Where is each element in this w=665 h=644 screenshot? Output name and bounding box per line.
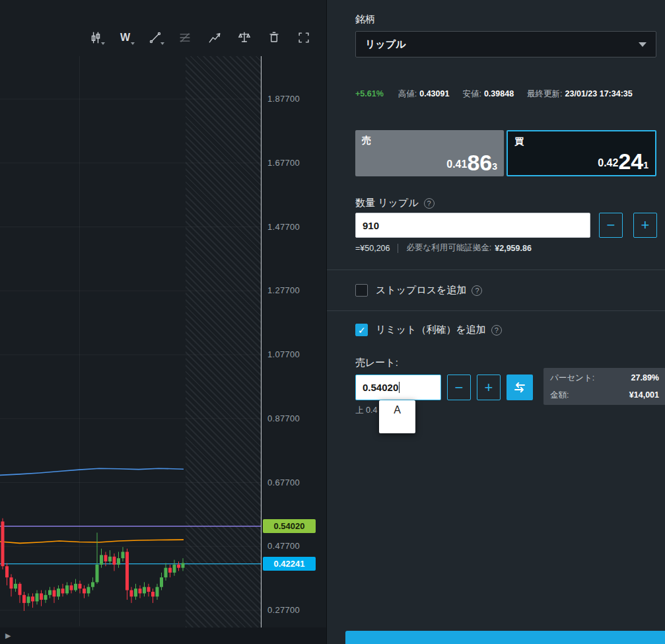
plus-icon: + [641,218,650,233]
low-label: 安値: [462,89,481,100]
minus-icon: − [455,380,464,395]
sell-label: 売 [362,135,371,147]
limit-rate-input[interactable]: 0.54020 [355,375,441,400]
amount-value: ¥14,001 [629,390,659,400]
current-price-tag: 0.42241 [263,557,316,571]
text-caret [399,382,400,393]
expand-icon [296,30,312,46]
updated-label: 最終更新: [527,89,562,100]
order-ticket-panel: 銘柄 リップル +5.61% 高値: 0.43091 安値: 0.39848 最… [326,0,665,644]
chart-region: W [0,0,326,644]
minus-icon: − [607,218,615,233]
limit-info-box: パーセント: 27.89% 金額: ¥14,001 [543,368,665,405]
margin-label: 必要な利用可能証拠金: [406,242,491,254]
low-value: 0.39848 [484,89,514,98]
axis-label: 1.67700 [267,158,300,168]
limit-rate-label: 売レート: [355,357,398,369]
quantity-increase-button[interactable]: + [633,213,657,238]
quantity-input[interactable] [355,213,590,238]
axis-label: 0.47700 [267,541,300,551]
place-order-button[interactable] [345,631,665,644]
quantity-decrease-button[interactable]: − [599,213,623,238]
hint-letter: A [394,404,401,433]
high-value: 0.43091 [419,89,449,98]
updated-value: 23/01/23 17:34:35 [565,89,633,98]
sell-price-tail: 3 [492,161,497,172]
buy-button[interactable]: 買 0.42241 [507,130,656,176]
buy-label: 買 [514,136,524,148]
chevron-down-icon [639,42,647,47]
fibonacci-icon [177,30,193,46]
buy-price-head: 0.42 [598,157,618,169]
stop-loss-label: ストップロスを追加 [376,284,466,297]
limit-price-tag: 0.54020 [263,519,316,533]
sell-price-big: 86 [467,154,492,172]
section-divider [327,310,665,311]
limit-label: リミット（利確）を追加 [376,324,486,336]
percent-label: パーセント: [550,373,594,384]
change-percent: +5.61% [355,89,384,98]
axis-label: 0.87700 [267,413,300,423]
drawing-tool-button[interactable] [145,28,164,47]
w-icon: W [120,32,130,44]
trash-icon [266,30,282,46]
fullscreen-button[interactable] [294,28,313,47]
w-pattern-button[interactable]: W [116,28,135,47]
section-divider [327,269,665,270]
quantity-label-row: 数量 リップル [355,197,435,209]
percent-row: パーセント: 27.89% [543,369,665,386]
stop-loss-checkbox[interactable] [355,284,368,297]
axis-label: 1.47700 [267,222,300,232]
plus-icon: + [485,380,493,395]
symbol-label: 銘柄 [355,13,375,26]
limit-row[interactable]: リミット（利確）を追加 [355,324,502,336]
margin-value: ¥2,959.86 [495,244,532,253]
axis-label: 1.27700 [267,285,300,295]
buy-price: 0.42241 [598,153,648,171]
help-icon[interactable] [491,325,502,336]
limit-rate-value: 0.54020 [363,382,398,393]
axis-label: 0.27700 [267,605,300,615]
sell-button[interactable]: 売 0.41863 [355,130,504,176]
buy-price-tail: 1 [643,160,648,170]
rate-helper-text: 上 0.4 [355,405,377,416]
amount-label: 金額: [550,390,569,401]
indicators-icon [207,30,223,46]
scale-icon [236,30,252,46]
symbol-value: リップル [365,38,405,51]
swap-arrows-icon [513,382,526,393]
keyboard-hint-overlay: A [379,400,415,433]
delete-button[interactable] [264,28,283,47]
sell-price-head: 0.41 [446,159,467,170]
trendline-icon [147,30,163,46]
sell-price: 0.41863 [446,154,497,172]
buy-price-big: 24 [618,153,643,171]
limit-checkbox[interactable] [355,324,368,336]
toggle-rate-mode-button[interactable] [507,375,533,400]
candlestick-icon [88,30,104,46]
axis-label: 1.07700 [267,349,300,359]
quantity-label: 数量 リップル [355,197,419,209]
summary-divider [398,244,398,253]
fibonacci-tool-button[interactable] [175,28,194,47]
percent-value: 27.89% [631,373,659,382]
chart-right-edge-line [261,56,262,627]
indicators-button[interactable] [205,28,224,47]
rate-decrease-button[interactable]: − [447,375,471,400]
axis-label: 1.87700 [267,94,300,104]
quantity-summary: =¥50,206 必要な利用可能証拠金: ¥2,959.86 [355,242,532,254]
symbol-select[interactable]: リップル [355,31,656,57]
high-label: 高値: [398,89,417,100]
candle-type-button[interactable] [86,28,105,47]
chart-bottom-bar: ▶ [0,627,326,644]
axis-label: 0.67700 [267,478,300,487]
stop-loss-row[interactable]: ストップロスを追加 [355,284,482,297]
amount-row: 金額: ¥14,001 [543,386,665,404]
compare-button[interactable] [234,28,254,47]
quantity-equals-value: =¥50,206 [355,244,390,253]
help-icon[interactable] [424,198,435,209]
rate-increase-button[interactable]: + [477,375,501,400]
market-stats: +5.61% 高値: 0.43091 安値: 0.39848 最終更新: 23/… [355,89,665,100]
scroll-forward-icon[interactable]: ▶ [5,631,11,640]
help-icon[interactable] [472,285,482,296]
